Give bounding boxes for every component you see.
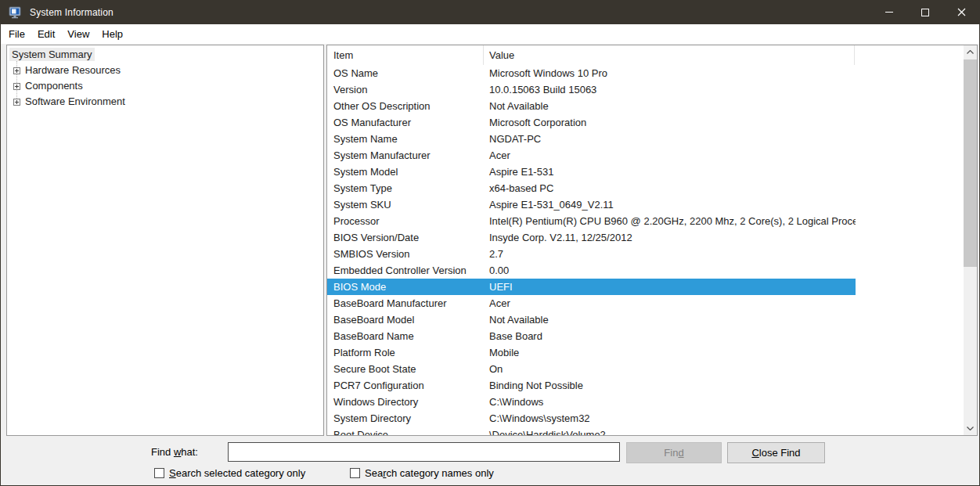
column-header-item[interactable]: Item: [327, 45, 484, 65]
value-cell: C:\Windows\system32: [484, 410, 856, 427]
expand-plus-icon[interactable]: [13, 83, 20, 90]
item-cell: Boot Device: [327, 427, 484, 435]
table-row[interactable]: Embedded Controller Version 0.00: [327, 262, 856, 279]
tree-item-software-environment[interactable]: Software Environment: [7, 94, 323, 110]
item-cell: Embedded Controller Version: [327, 262, 484, 279]
table-row[interactable]: System Directory C:\Windows\system32: [327, 410, 856, 427]
table-row[interactable]: Processor Intel(R) Pentium(R) CPU B960 @…: [327, 213, 856, 229]
tree-root-label: System Summary: [9, 48, 95, 61]
table-row[interactable]: BIOS Version/Date Insyde Corp. V2.11, 12…: [327, 229, 856, 246]
list-rows: OS Name Microsoft Windows 10 Pro Version…: [327, 65, 964, 435]
item-cell: BaseBoard Model: [327, 311, 484, 328]
tree-item-hardware-resources[interactable]: Hardware Resources: [7, 63, 323, 78]
value-cell: Not Available: [484, 98, 856, 114]
search-category-names-checkbox[interactable]: [350, 468, 360, 478]
table-row[interactable]: BaseBoard Manufacturer Acer: [327, 295, 856, 311]
value-cell: Aspire E1-531: [484, 164, 856, 180]
search-selected-category-checkbox[interactable]: [154, 468, 164, 478]
menu-bar: File Edit View Help: [1, 24, 979, 44]
item-cell: Secure Boot State: [327, 361, 484, 377]
item-cell: Processor: [327, 213, 484, 229]
table-row[interactable]: System Model Aspire E1-531: [327, 164, 856, 180]
item-cell: OS Manufacturer: [327, 114, 484, 131]
item-cell: Platform Role: [327, 344, 484, 361]
table-row[interactable]: System Type x64-based PC: [327, 180, 856, 196]
value-cell: On: [484, 361, 856, 377]
menu-edit[interactable]: Edit: [31, 26, 61, 42]
table-row[interactable]: PCR7 Configuration Binding Not Possible: [327, 377, 856, 394]
table-row[interactable]: SMBIOS Version 2.7: [327, 246, 856, 262]
item-cell: Windows Directory: [327, 394, 484, 410]
scrollbar-thumb[interactable]: [964, 59, 977, 267]
table-row[interactable]: OS Name Microsoft Windows 10 Pro: [327, 65, 856, 81]
value-cell: \Device\HarddiskVolume2: [484, 427, 856, 435]
item-cell: Other OS Description: [327, 98, 484, 114]
value-cell: 2.7: [484, 246, 856, 262]
vertical-scrollbar[interactable]: [964, 45, 977, 435]
table-row[interactable]: Other OS Description Not Available: [327, 98, 856, 114]
value-cell: UEFI: [484, 279, 856, 295]
menu-help[interactable]: Help: [95, 26, 129, 42]
value-cell: Microsoft Windows 10 Pro: [484, 65, 856, 81]
minimize-button[interactable]: [871, 0, 907, 24]
table-row[interactable]: System Manufacturer Acer: [327, 147, 856, 164]
scroll-down-arrow-icon[interactable]: [964, 422, 977, 435]
table-row[interactable]: Version 10.0.15063 Build 15063: [327, 81, 856, 98]
value-cell: Insyde Corp. V2.11, 12/25/2012: [484, 229, 856, 246]
menu-file[interactable]: File: [2, 26, 31, 42]
value-cell: NGDAT-PC: [484, 131, 856, 147]
search-category-names-label: Search category names only: [365, 467, 494, 479]
find-button[interactable]: Find: [626, 442, 722, 463]
item-cell: System SKU: [327, 196, 484, 213]
item-cell: OS Name: [327, 65, 484, 81]
item-cell: Version: [327, 81, 484, 98]
menu-view[interactable]: View: [61, 26, 95, 42]
item-cell: BIOS Mode: [327, 279, 484, 295]
value-cell: Acer: [484, 147, 856, 164]
value-cell: C:\Windows: [484, 394, 856, 410]
column-header-value[interactable]: Value: [484, 45, 855, 65]
close-button[interactable]: [943, 0, 979, 24]
find-what-label: Find what:: [151, 446, 198, 458]
item-cell: SMBIOS Version: [327, 246, 484, 262]
value-cell: Acer: [484, 295, 856, 311]
tree-item-components[interactable]: Components: [7, 78, 323, 94]
tree-item-system-summary[interactable]: System Summary: [7, 47, 323, 63]
search-selected-category-checkbox-group: Search selected category only: [154, 467, 305, 479]
item-cell: System Name: [327, 131, 484, 147]
window-title: System Information: [30, 7, 113, 18]
minimize-icon: [885, 12, 893, 13]
search-selected-category-label: Search selected category only: [169, 467, 305, 479]
table-row[interactable]: System Name NGDAT-PC: [327, 131, 856, 147]
value-cell: Microsoft Corporation: [484, 114, 856, 131]
close-icon: [957, 8, 966, 16]
value-cell: 10.0.15063 Build 15063: [484, 81, 856, 98]
value-cell: Intel(R) Pentium(R) CPU B960 @ 2.20GHz, …: [484, 213, 856, 229]
search-category-names-checkbox-group: Search category names only: [350, 467, 494, 479]
item-cell: System Type: [327, 180, 484, 196]
list-header: Item Value: [327, 45, 977, 65]
table-row[interactable]: System SKU Aspire E1-531_0649_V2.11: [327, 196, 856, 213]
system-information-window: System Information File Edit View Help: [0, 0, 980, 486]
table-row[interactable]: Secure Boot State On: [327, 361, 856, 377]
value-cell: Mobile: [484, 344, 856, 361]
app-icon: [9, 6, 21, 19]
item-cell: BaseBoard Name: [327, 328, 484, 344]
value-cell: 0.00: [484, 262, 856, 279]
table-row[interactable]: Windows Directory C:\Windows: [327, 394, 856, 410]
maximize-button[interactable]: [907, 0, 943, 24]
table-row[interactable]: Platform Role Mobile: [327, 344, 856, 361]
expand-plus-icon[interactable]: [13, 99, 20, 106]
close-find-button[interactable]: Close Find: [727, 442, 825, 463]
table-row[interactable]: BIOS Mode UEFI: [327, 279, 856, 295]
expand-plus-icon[interactable]: [13, 67, 20, 74]
table-row[interactable]: BaseBoard Model Not Available: [327, 311, 856, 328]
table-row[interactable]: Boot Device \Device\HarddiskVolume2: [327, 427, 856, 435]
table-row[interactable]: BaseBoard Name Base Board: [327, 328, 856, 344]
find-input[interactable]: [228, 442, 620, 462]
table-row[interactable]: OS Manufacturer Microsoft Corporation: [327, 114, 856, 131]
value-cell: Base Board: [484, 328, 856, 344]
item-cell: System Manufacturer: [327, 147, 484, 164]
find-bar: Find what: Find Close Find Search select…: [1, 436, 979, 485]
scroll-up-arrow-icon[interactable]: [964, 45, 977, 59]
